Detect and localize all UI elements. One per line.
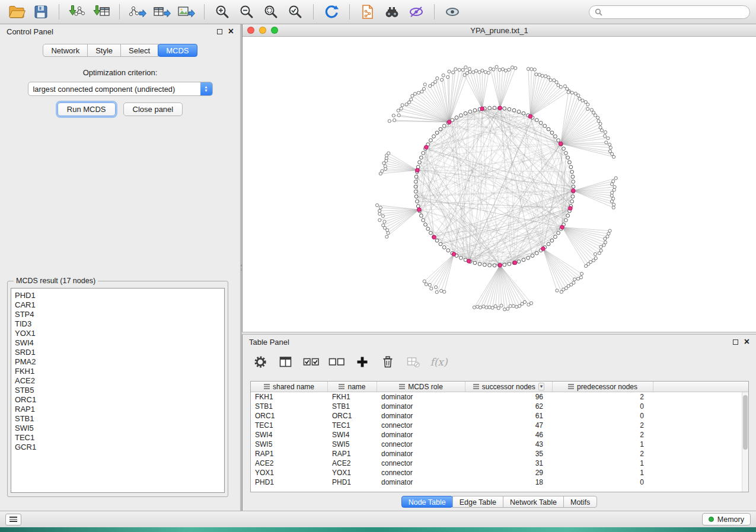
float-panel-icon[interactable] — [217, 29, 222, 34]
tab-network-table[interactable]: Network Table — [503, 496, 564, 508]
zoom-out-icon[interactable] — [236, 2, 257, 22]
table-row[interactable]: ACE2 ACE2 connector 31 1 — [251, 459, 748, 468]
table-row[interactable]: YOX1 YOX1 connector 29 1 — [251, 468, 748, 477]
zoom-selected-icon[interactable] — [285, 2, 306, 22]
table-row[interactable]: ORC1 ORC1 dominator 61 0 — [251, 411, 748, 421]
cell-name: TEC1 — [328, 421, 377, 430]
tab-node-table[interactable]: Node Table — [401, 496, 453, 508]
tab-edge-table[interactable]: Edge Table — [452, 496, 503, 508]
status-menu-button[interactable] — [5, 514, 21, 525]
network-window-titlebar[interactable]: YPA_prune.txt_1 — [243, 24, 756, 37]
mcds-result-item[interactable]: STP4 — [15, 310, 221, 319]
export-document-icon[interactable] — [357, 2, 378, 22]
memory-button[interactable]: Memory — [702, 513, 751, 525]
table-row[interactable]: SWI5 SWI5 connector 43 1 — [251, 440, 748, 449]
memory-status-dot — [709, 517, 714, 522]
close-mcds-panel-button[interactable]: Close panel — [123, 102, 183, 116]
table-scrollbar[interactable] — [742, 392, 748, 492]
show-graphics-details-icon[interactable] — [442, 2, 463, 22]
sort-indicator-icon[interactable]: ▾ — [538, 383, 545, 390]
mcds-result-item[interactable]: RAP1 — [15, 405, 221, 414]
show-columns-icon[interactable] — [277, 354, 294, 370]
criterion-dropdown[interactable]: largest connected component (undirected)… — [28, 82, 213, 96]
mcds-result-item[interactable]: YOX1 — [15, 329, 221, 338]
run-mcds-button[interactable]: Run MCDS — [58, 102, 116, 116]
mcds-result-item[interactable]: SWI4 — [15, 338, 221, 348]
mcds-result-item[interactable]: PHD1 — [15, 291, 221, 300]
mcds-result-item[interactable]: FKH1 — [15, 367, 221, 376]
mcds-result-item[interactable]: ORC1 — [15, 395, 221, 405]
deselect-all-icon[interactable] — [328, 354, 345, 370]
export-network-icon[interactable] — [127, 2, 148, 22]
zoom-in-icon[interactable] — [212, 2, 233, 22]
tab-select[interactable]: Select — [120, 44, 158, 57]
cell-shared-name: SWI4 — [251, 431, 328, 439]
select-all-icon[interactable] — [303, 354, 320, 370]
table-header-row: shared name name MCDS role successor nod… — [251, 382, 748, 392]
cell-mcds-role: dominator — [377, 412, 465, 420]
save-session-icon[interactable] — [30, 2, 52, 22]
float-panel-icon[interactable] — [733, 339, 738, 345]
table-settings-gear-icon[interactable] — [252, 354, 269, 370]
scrollbar-thumb[interactable] — [743, 395, 748, 450]
cell-shared-name: FKH1 — [251, 393, 328, 401]
tab-mcds[interactable]: MCDS — [158, 44, 197, 57]
edge-chords — [416, 108, 573, 265]
refresh-icon[interactable] — [321, 2, 342, 22]
close-panel-icon[interactable]: × — [228, 28, 234, 35]
tab-network[interactable]: Network — [43, 44, 88, 57]
import-table-icon[interactable] — [91, 2, 112, 22]
cell-name: RAP1 — [328, 450, 377, 458]
mcds-result-item[interactable]: STB5 — [15, 386, 221, 395]
binoculars-icon[interactable] — [381, 2, 403, 22]
mcds-result-item[interactable]: TEC1 — [15, 433, 221, 443]
mcds-result-item[interactable]: PMA2 — [15, 357, 221, 367]
mcds-result-item[interactable]: TID3 — [15, 319, 221, 329]
table-row[interactable]: SWI4 SWI4 dominator 46 2 — [251, 430, 748, 440]
table-row[interactable]: TEC1 TEC1 connector 47 2 — [251, 421, 748, 430]
table-row[interactable]: RAP1 RAP1 dominator 35 2 — [251, 449, 748, 459]
column-header-name[interactable]: name — [328, 382, 377, 392]
cell-name: SWI5 — [328, 440, 377, 448]
create-column-icon[interactable] — [354, 354, 371, 370]
column-type-icon — [339, 384, 344, 389]
close-panel-icon[interactable]: × — [744, 338, 749, 345]
open-session-icon[interactable] — [6, 2, 27, 22]
mcds-result-item[interactable]: GCR1 — [15, 443, 221, 452]
mcds-result-item[interactable]: STB1 — [15, 414, 221, 424]
mcds-result-item[interactable]: SRD1 — [15, 348, 221, 357]
delete-column-icon[interactable] — [379, 354, 396, 370]
mcds-buttons-row: Run MCDS Close panel — [0, 102, 240, 116]
criterion-dropdown-value: largest connected component (undirected) — [28, 85, 200, 94]
zoom-fit-icon[interactable] — [260, 2, 282, 22]
import-network-icon[interactable] — [66, 2, 88, 22]
cell-name: ACE2 — [328, 459, 377, 467]
column-type-icon — [473, 384, 479, 389]
cell-mcds-role: dominator — [377, 450, 465, 458]
cell-predecessor-nodes: 2 — [553, 393, 653, 401]
table-row[interactable]: FKH1 FKH1 dominator 96 2 — [251, 392, 748, 402]
tab-motifs[interactable]: Motifs — [563, 496, 597, 508]
network-canvas[interactable] — [243, 37, 755, 331]
export-table-icon[interactable] — [151, 2, 173, 22]
mcds-result-item[interactable]: SWI5 — [15, 424, 221, 433]
cell-successor-nodes: 46 — [465, 431, 553, 439]
export-image-icon[interactable] — [176, 2, 197, 22]
column-header-mcds-role[interactable]: MCDS role — [377, 382, 465, 392]
column-header-shared-name[interactable]: shared name — [251, 382, 328, 392]
search-input[interactable] — [589, 5, 750, 19]
cell-predecessor-nodes: 0 — [553, 402, 653, 411]
column-header-predecessor-nodes[interactable]: predecessor nodes — [553, 382, 653, 392]
column-header-successor-nodes[interactable]: successor nodes ▾ — [465, 382, 553, 392]
toolbar-separator — [204, 4, 205, 20]
table-row[interactable]: PHD1 PHD1 dominator 18 0 — [251, 477, 748, 487]
column-type-icon — [399, 384, 405, 389]
cell-predecessor-nodes: 1 — [553, 440, 653, 448]
mcds-result-item[interactable]: CAR1 — [15, 300, 221, 310]
table-row[interactable]: STB1 STB1 dominator 62 0 — [251, 402, 748, 411]
hide-graphics-details-icon[interactable] — [406, 2, 427, 22]
mcds-result-item[interactable]: ACE2 — [15, 376, 221, 386]
tab-style[interactable]: Style — [87, 44, 121, 57]
cell-predecessor-nodes: 1 — [553, 459, 653, 467]
cell-predecessor-nodes: 0 — [553, 412, 653, 420]
